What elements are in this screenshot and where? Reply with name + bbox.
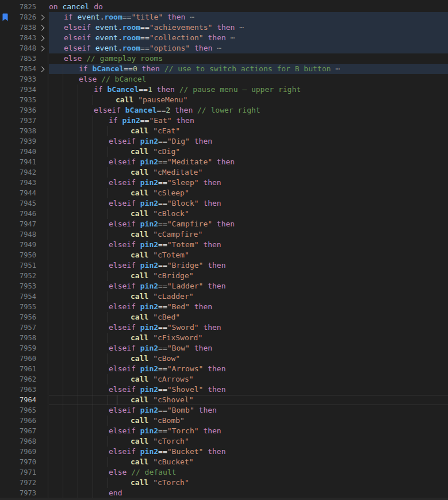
- code-text[interactable]: call "cBow": [49, 353, 448, 364]
- line-number[interactable]: 7954: [10, 291, 36, 302]
- line-number[interactable]: 7854: [10, 64, 36, 74]
- gutter-glyph-margin[interactable]: [0, 178, 10, 188]
- line-number[interactable]: 7941: [10, 157, 36, 167]
- line-number[interactable]: 7952: [10, 271, 36, 281]
- gutter-glyph-margin[interactable]: [0, 105, 10, 116]
- gutter-glyph-margin[interactable]: [0, 84, 10, 95]
- line-number[interactable]: 7826: [10, 12, 36, 22]
- line-number[interactable]: 7967: [10, 426, 36, 436]
- gutter-glyph-margin[interactable]: [0, 333, 10, 343]
- gutter-glyph-margin[interactable]: [0, 405, 10, 416]
- line-number[interactable]: 7946: [10, 209, 36, 219]
- line-number[interactable]: 7933: [10, 74, 36, 84]
- gutter-glyph-margin[interactable]: [0, 312, 10, 322]
- gutter-glyph-margin[interactable]: [0, 436, 10, 447]
- code-text[interactable]: call "cLadder": [49, 291, 448, 302]
- line-number[interactable]: 7940: [10, 147, 36, 157]
- gutter-glyph-margin[interactable]: [0, 364, 10, 374]
- code-text[interactable]: if bCancel==0 then // use to switch acti…: [49, 64, 448, 74]
- code-text[interactable]: end: [49, 488, 448, 498]
- fold-gutter[interactable]: [36, 22, 49, 33]
- code-text[interactable]: elseif pin2=="Block" then: [49, 198, 448, 209]
- code-text[interactable]: elseif event.room=="achievements" then ⋯: [49, 22, 448, 33]
- gutter-glyph-margin[interactable]: [0, 457, 10, 467]
- gutter-glyph-margin[interactable]: [0, 116, 10, 126]
- code-text[interactable]: call "cArrows": [49, 374, 448, 384]
- line-number[interactable]: 7957: [10, 322, 36, 333]
- line-number[interactable]: 7970: [10, 457, 36, 467]
- gutter-glyph-margin[interactable]: [0, 12, 10, 22]
- code-text[interactable]: call "cBucket": [49, 457, 448, 467]
- gutter-glyph-margin[interactable]: [0, 240, 10, 250]
- gutter-glyph-margin[interactable]: [0, 188, 10, 198]
- code-text[interactable]: elseif pin2=="Bow" then: [49, 343, 448, 353]
- fold-chevron-icon[interactable]: [39, 25, 45, 30]
- code-text[interactable]: elseif pin2=="Arrows" then: [49, 364, 448, 374]
- gutter-glyph-margin[interactable]: [0, 219, 10, 229]
- gutter-glyph-margin[interactable]: [0, 343, 10, 353]
- line-number[interactable]: 7843: [10, 33, 36, 43]
- line-number[interactable]: 7937: [10, 116, 36, 126]
- fold-ellipsis[interactable]: ⋯: [331, 64, 340, 73]
- code-text[interactable]: elseif pin2=="Ladder" then: [49, 281, 448, 291]
- code-text[interactable]: call "cBomb": [49, 416, 448, 426]
- code-text[interactable]: elseif pin2=="Shovel" then: [49, 384, 448, 395]
- gutter-glyph-margin[interactable]: [0, 374, 10, 384]
- code-text[interactable]: if pin2=="Eat" then: [49, 116, 448, 126]
- gutter-glyph-margin[interactable]: [0, 136, 10, 147]
- line-number[interactable]: 7965: [10, 405, 36, 416]
- code-text[interactable]: call "cSleep": [49, 188, 448, 198]
- line-number[interactable]: 7961: [10, 364, 36, 374]
- line-number[interactable]: 7969: [10, 447, 36, 457]
- code-text[interactable]: call "cBlock": [49, 209, 448, 219]
- line-number[interactable]: 7966: [10, 416, 36, 426]
- code-text[interactable]: if event.room=="title" then ⋯: [49, 12, 448, 22]
- gutter-glyph-margin[interactable]: [0, 64, 10, 74]
- line-number[interactable]: 7955: [10, 302, 36, 312]
- gutter-glyph-margin[interactable]: [0, 281, 10, 291]
- code-text[interactable]: call "cBed": [49, 312, 448, 322]
- gutter-glyph-margin[interactable]: [0, 126, 10, 136]
- gutter-glyph-margin[interactable]: [0, 395, 10, 405]
- gutter-glyph-margin[interactable]: [0, 95, 10, 105]
- fold-ellipsis[interactable]: ⋯: [185, 13, 194, 21]
- line-number[interactable]: 7838: [10, 22, 36, 33]
- gutter-glyph-margin[interactable]: [0, 167, 10, 178]
- code-text[interactable]: elseif pin2=="Campfire" then: [49, 219, 448, 229]
- code-text[interactable]: call "cTorch": [49, 478, 448, 488]
- line-number[interactable]: 7942: [10, 167, 36, 178]
- line-number[interactable]: 7938: [10, 126, 36, 136]
- line-number[interactable]: 7971: [10, 467, 36, 478]
- line-number[interactable]: 7962: [10, 374, 36, 384]
- code-text[interactable]: call "cMeditate": [49, 167, 448, 178]
- code-text[interactable]: elseif pin2=="Bed" then: [49, 302, 448, 312]
- code-text[interactable]: call "cTotem": [49, 250, 448, 260]
- fold-gutter[interactable]: [36, 33, 49, 43]
- line-number[interactable]: 7944: [10, 188, 36, 198]
- line-number[interactable]: 7935: [10, 95, 36, 105]
- line-number[interactable]: 7825: [10, 2, 36, 12]
- code-text[interactable]: elseif pin2=="Torch" then: [49, 426, 448, 436]
- code-text[interactable]: call "pauseMenu": [49, 95, 448, 105]
- fold-ellipsis[interactable]: ⋯: [226, 33, 235, 42]
- line-number[interactable]: 7963: [10, 384, 36, 395]
- line-number[interactable]: 7964: [10, 395, 36, 405]
- fold-gutter[interactable]: [36, 64, 49, 74]
- gutter-glyph-margin[interactable]: [0, 416, 10, 426]
- gutter-glyph-margin[interactable]: [0, 478, 10, 488]
- gutter-glyph-margin[interactable]: [0, 157, 10, 167]
- code-text[interactable]: elseif pin2=="Sleep" then: [49, 178, 448, 188]
- line-number[interactable]: 7960: [10, 353, 36, 364]
- gutter-glyph-margin[interactable]: [0, 322, 10, 333]
- gutter-glyph-margin[interactable]: [0, 53, 10, 64]
- gutter-glyph-margin[interactable]: [0, 353, 10, 364]
- gutter-glyph-margin[interactable]: [0, 384, 10, 395]
- fold-chevron-icon[interactable]: [39, 45, 45, 51]
- gutter-glyph-margin[interactable]: [0, 74, 10, 84]
- line-number[interactable]: 7973: [10, 488, 36, 498]
- gutter-glyph-margin[interactable]: [0, 229, 10, 240]
- gutter-glyph-margin[interactable]: [0, 488, 10, 498]
- line-number[interactable]: 7948: [10, 229, 36, 240]
- code-text[interactable]: elseif event.room=="collection" then ⋯: [49, 33, 448, 43]
- code-text[interactable]: elseif pin2=="Bomb" then: [49, 405, 448, 416]
